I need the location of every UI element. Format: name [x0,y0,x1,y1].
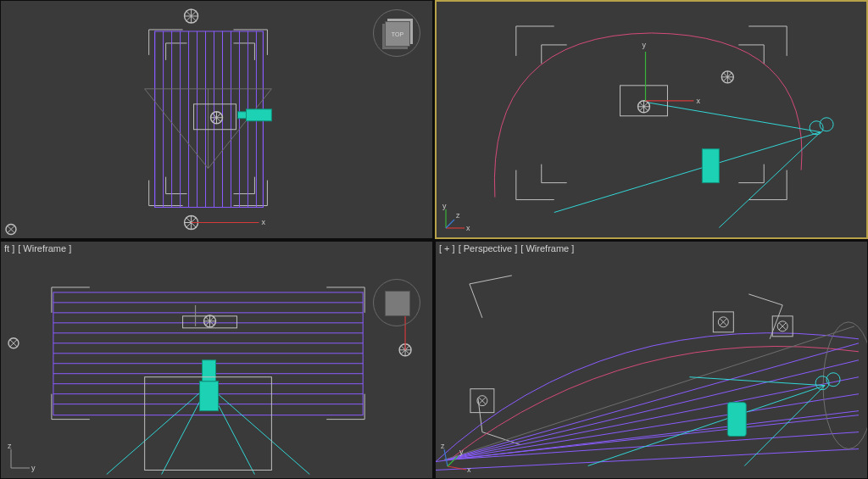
svg-text:x: x [466,224,470,232]
svg-rect-54 [200,381,219,410]
camera-icon [810,118,833,135]
camera-icon [237,109,271,121]
svg-text:y: y [643,41,647,49]
viewport-left[interactable]: ft ] [ Wireframe ] [0,241,433,480]
svg-line-23 [719,132,821,228]
omni-light-icon [638,101,650,113]
omni-light-icon [6,225,16,235]
viewcube-icon[interactable] [373,279,420,326]
viewport-shading-button[interactable]: [ Wireframe ] [520,243,574,253]
viewport-shading-button[interactable]: [ Wireframe ] [18,243,71,253]
viewport-name-button[interactable]: ft ] [4,243,14,253]
svg-rect-17 [237,112,246,119]
svg-text:z: z [441,442,445,450]
svg-line-84 [448,456,458,466]
svg-line-66 [444,393,859,460]
viewport-front[interactable]: x y x y z [435,0,868,239]
svg-text:z: z [456,211,460,220]
viewport-perspective-scene[interactable] [436,242,867,479]
viewcube-icon[interactable]: TOP [373,9,420,57]
svg-text:x: x [696,97,700,105]
svg-line-77 [588,385,825,465]
viewport-front-scene[interactable]: x y [436,1,867,238]
transform-gizmo[interactable]: x y [643,41,701,105]
axis-tripod-icon: x y z [439,441,473,475]
svg-line-67 [444,415,859,460]
axis-tripod-icon: x y z [439,201,473,235]
svg-line-35 [446,220,454,228]
svg-line-68 [444,432,859,460]
omni-light-icon [204,315,216,326]
svg-line-82 [448,466,466,470]
camera-frustum-front [554,103,821,228]
selected-object[interactable] [727,402,746,436]
svg-text:y: y [459,448,464,456]
viewport-perspective[interactable]: [ + ] [ Perspective ] [ Wireframe ] [435,241,868,480]
omni-light-icon [185,9,198,23]
mesh-tube-perspective [436,321,867,470]
viewport-label[interactable]: ft ] [ Wireframe ] [4,243,71,253]
svg-rect-16 [246,109,271,121]
svg-line-51 [209,385,310,474]
camera-frustum-top [145,89,272,169]
svg-line-83 [444,449,448,466]
viewport-left-scene[interactable] [1,242,432,479]
axis-tripod-icon: y z [4,441,38,475]
omni-light-icon [8,337,19,348]
viewport-top-scene[interactable]: x [1,1,432,238]
omni-light-icon [713,311,733,331]
viewport-label[interactable]: [ + ] [ Perspective ] [ Wireframe ] [439,243,574,253]
svg-line-64 [444,359,859,460]
svg-line-50 [107,385,209,474]
viewport-top[interactable]: TOP [0,0,433,239]
selected-object[interactable] [702,149,719,183]
svg-text:z: z [8,442,12,450]
omni-light-icon [211,112,223,124]
mesh-tube-curve-front [494,33,802,198]
viewport-plus-button[interactable]: [ + ] [439,243,455,253]
svg-text:x: x [467,465,471,474]
svg-text:y: y [31,464,36,472]
svg-line-22 [554,132,821,213]
axis-x-label: x [261,219,265,227]
omni-light-icon [721,71,733,83]
viewport-grid: TOP [0,0,868,479]
viewport-name-button[interactable]: [ Perspective ] [459,243,518,253]
svg-rect-55 [203,359,216,381]
omni-light-icon [470,388,494,412]
camera-target-top [194,104,236,130]
camera-icon [200,359,219,410]
svg-text:y: y [442,202,447,210]
svg-line-63 [444,343,859,460]
